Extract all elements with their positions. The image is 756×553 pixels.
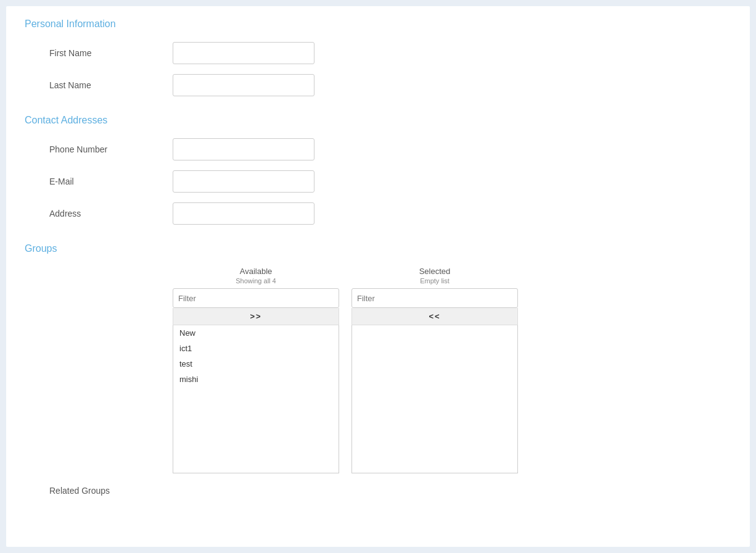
last-name-input[interactable] — [173, 74, 314, 96]
list-item[interactable]: test — [173, 356, 339, 372]
selected-filter-input[interactable] — [351, 288, 518, 308]
email-input[interactable] — [173, 170, 314, 193]
first-name-row: First Name — [25, 42, 731, 64]
email-row: E-Mail — [25, 170, 731, 193]
list-item[interactable]: New — [173, 325, 339, 341]
personal-information-title: Personal Information — [25, 19, 731, 30]
list-item[interactable]: mishi — [173, 372, 339, 387]
first-name-label: First Name — [25, 48, 173, 58]
page-container: Personal Information First Name Last Nam… — [6, 6, 750, 547]
available-panel: Available Showing all 4 >> Newict1testmi… — [173, 267, 339, 473]
groups-section: Groups Available Showing all 4 >> Newict… — [25, 243, 731, 496]
selected-panel: Selected Empty list << — [351, 267, 518, 473]
selected-subheader: Empty list — [351, 277, 518, 285]
address-row: Address — [25, 202, 731, 225]
selected-header: Selected — [351, 267, 518, 276]
selected-items-list — [351, 325, 518, 473]
last-name-label: Last Name — [25, 80, 173, 90]
groups-title: Groups — [25, 243, 731, 254]
related-groups-row: Related Groups — [25, 486, 731, 496]
first-name-input[interactable] — [173, 42, 314, 64]
email-label: E-Mail — [25, 177, 173, 186]
phone-number-label: Phone Number — [25, 144, 173, 154]
list-item[interactable]: ict1 — [173, 341, 339, 356]
available-filter-input[interactable] — [173, 288, 339, 308]
contact-addresses-section: Contact Addresses Phone Number E-Mail Ad… — [25, 115, 731, 225]
move-all-left-button[interactable]: << — [351, 308, 518, 325]
personal-information-section: Personal Information First Name Last Nam… — [25, 19, 731, 96]
last-name-row: Last Name — [25, 74, 731, 96]
contact-addresses-title: Contact Addresses — [25, 115, 731, 126]
move-all-right-button[interactable]: >> — [173, 308, 339, 325]
address-input[interactable] — [173, 202, 314, 225]
available-subheader: Showing all 4 — [173, 277, 339, 285]
related-groups-label: Related Groups — [25, 486, 173, 496]
available-header: Available — [173, 267, 339, 276]
available-items-list: Newict1testmishi — [173, 325, 339, 473]
phone-number-row: Phone Number — [25, 138, 731, 160]
address-label: Address — [25, 209, 173, 218]
groups-dual-list: Available Showing all 4 >> Newict1testmi… — [173, 267, 731, 473]
phone-number-input[interactable] — [173, 138, 314, 160]
